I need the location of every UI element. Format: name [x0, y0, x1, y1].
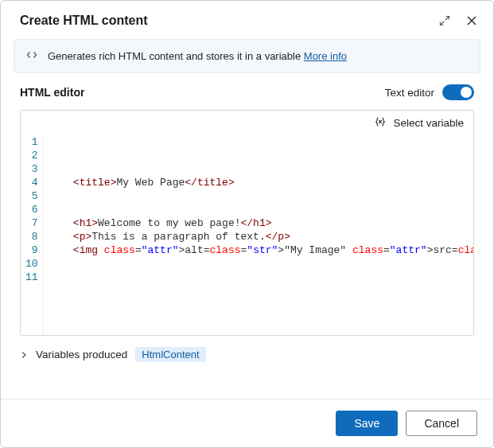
chevron-right-icon: [20, 349, 28, 361]
editor-label: HTML editor: [20, 86, 84, 99]
dialog: Create HTML content Generates ric: [0, 0, 494, 448]
editor-toolbar: Select variable: [21, 111, 473, 135]
close-icon[interactable]: [466, 15, 477, 26]
dialog-title: Create HTML content: [20, 14, 439, 28]
select-variable-button[interactable]: Select variable: [393, 117, 464, 129]
expand-icon[interactable]: [439, 15, 450, 26]
info-text: Generates rich HTML content and stores i…: [48, 50, 347, 62]
code-icon: [25, 49, 38, 64]
info-bar: Generates rich HTML content and stores i…: [14, 39, 480, 73]
variable-chip[interactable]: HtmlContent: [135, 347, 205, 362]
dialog-footer: Save Cancel: [1, 399, 493, 447]
line-gutter: 1 2 3 4 5 6 7 8 9 10 11: [21, 135, 44, 335]
cancel-button[interactable]: Cancel: [406, 411, 477, 436]
save-button[interactable]: Save: [336, 411, 398, 436]
code-area[interactable]: <title>My Web Page</title> <h1>Welcome t…: [44, 135, 473, 335]
variables-produced-row[interactable]: Variables produced HtmlContent: [1, 336, 493, 362]
html-editor: Select variable 1 2 3 4 5 6 7 8 9 10 11 …: [20, 110, 474, 336]
variable-icon: [374, 115, 387, 131]
toggle-label: Text editor: [385, 87, 434, 99]
dialog-header: Create HTML content: [1, 1, 493, 39]
more-info-link[interactable]: More info: [304, 50, 347, 62]
code-editor[interactable]: 1 2 3 4 5 6 7 8 9 10 11 <title>My Web Pa…: [21, 135, 473, 335]
text-editor-toggle[interactable]: [442, 84, 474, 100]
variables-produced-label: Variables produced: [36, 349, 127, 360]
